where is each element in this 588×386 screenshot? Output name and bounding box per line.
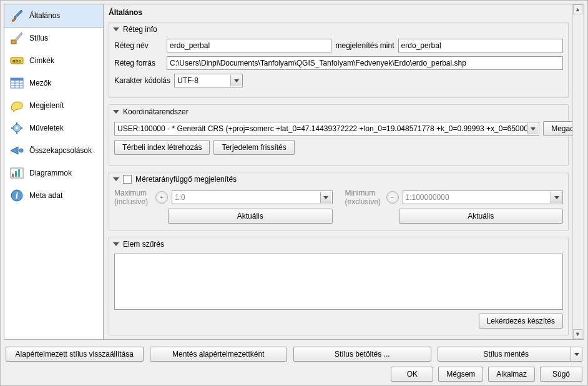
sidebar-label: Összekapcsolások xyxy=(29,146,92,155)
svg-point-15 xyxy=(19,149,23,152)
max-scale-label: Maximum (inclusive) xyxy=(114,189,152,206)
content-pane: Általános Réteg info Réteg név megjelení… xyxy=(107,4,572,339)
group-header-scale[interactable]: Méretarányfüggő megjelenítés xyxy=(113,175,563,184)
save-style-button[interactable]: Stílus mentés xyxy=(438,347,583,362)
sidebar-label: Megjelenít xyxy=(29,101,64,110)
layer-source-label: Réteg forrás xyxy=(114,59,163,67)
layer-properties-dialog: Általános Stílus abc Cimkék Mezők xyxy=(0,0,588,386)
save-style-label: Stílus mentés xyxy=(483,350,529,359)
table-icon xyxy=(9,76,24,91)
tools-icon xyxy=(9,8,24,23)
sidebar-label: Műveletek xyxy=(29,124,64,132)
sidebar-label: Diagrammok xyxy=(29,169,72,177)
crs-value: USER:100000 - * Generált CRS (+proj=some… xyxy=(117,124,536,133)
query-builder-button[interactable]: Lekérdezés készítés xyxy=(479,314,563,329)
group-header-layer-info[interactable]: Réteg info xyxy=(113,25,563,34)
sidebar-item-diagrams[interactable]: Diagrammok xyxy=(4,162,103,184)
display-as-input[interactable] xyxy=(398,39,563,52)
sidebar-item-labels[interactable]: abc Cimkék xyxy=(4,49,103,72)
min-scale-label: Minimum (exclusive) xyxy=(345,189,383,206)
group-title: Elem szűrés xyxy=(123,240,164,249)
sidebar-item-metadata[interactable]: i Meta adat xyxy=(4,184,103,207)
scroll-up-icon[interactable]: ▲ xyxy=(573,4,582,14)
sidebar-label: Cimkék xyxy=(29,56,54,65)
max-scale-current-button[interactable]: Aktuális xyxy=(168,209,333,224)
min-scale-combo[interactable]: 1:100000000 xyxy=(403,191,564,204)
sidebar-item-style[interactable]: Stílus xyxy=(4,27,103,49)
scroll-track[interactable] xyxy=(573,14,582,329)
load-style-button[interactable]: Stílus betöltés ... xyxy=(293,347,431,362)
max-scale-combo[interactable]: 1:0 xyxy=(172,191,333,204)
scale-enable-checkbox[interactable] xyxy=(123,175,132,184)
display-as-label: megjelenítés mint xyxy=(335,41,394,50)
group-crs: Koordinátarendszer USER:100000 - * Gener… xyxy=(109,104,569,166)
min-scale-current-button[interactable]: Aktuális xyxy=(399,209,564,224)
sidebar-label: Stílus xyxy=(29,34,48,42)
display-icon xyxy=(9,98,24,113)
chart-icon xyxy=(9,166,24,181)
sidebar-label: Mezők xyxy=(29,79,51,87)
group-header-crs[interactable]: Koordinátarendszer xyxy=(113,107,563,116)
sidebar-label: Meta adat xyxy=(29,191,62,200)
restore-default-style-button[interactable]: Alapértelmezett stílus visszaállítása xyxy=(6,347,144,362)
chevron-down-icon xyxy=(571,347,582,361)
dropdown-icon xyxy=(527,123,538,134)
max-scale-value: 1:0 xyxy=(175,193,330,202)
group-layer-info: Réteg info Réteg név megjelenítés mint R… xyxy=(109,22,569,98)
join-icon xyxy=(9,143,24,158)
encoding-label: Karakter kódolás xyxy=(114,76,170,85)
dropdown-icon xyxy=(551,192,562,203)
crs-specify-button[interactable]: Megad... xyxy=(543,121,572,136)
sidebar-item-actions[interactable]: Műveletek xyxy=(4,117,103,139)
group-title: Réteg info xyxy=(123,25,157,34)
svg-text:i: i xyxy=(16,191,18,200)
dropdown-icon xyxy=(320,192,331,203)
gear-icon xyxy=(9,121,24,136)
group-title: Méretarányfüggő megjelenítés xyxy=(135,175,237,184)
layer-source-input[interactable] xyxy=(167,56,563,70)
content-scrollbar[interactable]: ▲ ▼ xyxy=(572,4,582,339)
sidebar-label: Általános xyxy=(29,11,60,20)
svg-rect-18 xyxy=(15,171,17,177)
brush-icon xyxy=(9,31,24,46)
apply-button[interactable]: Alkalmaz xyxy=(488,367,535,382)
layer-name-label: Réteg név xyxy=(114,41,163,50)
sidebar-item-joins[interactable]: Összekapcsolások xyxy=(4,139,103,162)
encoding-select[interactable]: UTF-8 xyxy=(174,74,243,87)
disclosure-triangle-icon xyxy=(113,242,119,246)
update-extent-button[interactable]: Terjedelem frissítés xyxy=(213,140,294,155)
group-title: Koordinátarendszer xyxy=(123,107,189,116)
info-icon: i xyxy=(9,188,24,203)
cancel-button[interactable]: Mégsem xyxy=(438,367,483,382)
disclosure-triangle-icon xyxy=(113,110,119,114)
zoom-in-icon[interactable]: + xyxy=(155,191,168,204)
scroll-down-icon[interactable]: ▼ xyxy=(573,329,582,339)
layer-name-input[interactable] xyxy=(167,39,331,52)
svg-text:abc: abc xyxy=(12,58,21,64)
zoom-out-icon[interactable]: − xyxy=(386,191,399,204)
help-button[interactable]: Súgó xyxy=(540,367,582,382)
save-as-default-button[interactable]: Mentés alapértelmezettként xyxy=(150,347,288,362)
filter-expression-textarea[interactable] xyxy=(114,254,563,310)
group-header-filter[interactable]: Elem szűrés xyxy=(113,240,563,249)
category-sidebar: Általános Stílus abc Cimkék Mezők xyxy=(4,4,104,340)
svg-rect-19 xyxy=(18,169,20,177)
disclosure-triangle-icon xyxy=(113,27,119,31)
spatial-index-button[interactable]: Térbeli index létrehozás xyxy=(114,140,210,155)
sidebar-item-display[interactable]: Megjelenít xyxy=(4,94,103,117)
ok-button[interactable]: OK xyxy=(391,367,433,382)
svg-rect-17 xyxy=(12,174,14,177)
page-title: Általános xyxy=(107,4,570,19)
min-scale-value: 1:100000000 xyxy=(406,193,561,202)
dialog-button-bar: Alapértelmezett stílus visszaállítása Me… xyxy=(1,343,587,385)
crs-select[interactable]: USER:100000 - * Generált CRS (+proj=some… xyxy=(114,122,539,136)
svg-point-10 xyxy=(16,127,18,129)
group-feature-filter: Elem szűrés Lekérdezés készítés xyxy=(109,237,569,335)
disclosure-triangle-icon xyxy=(113,177,119,181)
labels-icon: abc xyxy=(9,53,24,68)
sidebar-item-general[interactable]: Általános xyxy=(4,4,104,27)
svg-rect-4 xyxy=(11,78,23,81)
dropdown-icon xyxy=(230,75,242,86)
sidebar-item-fields[interactable]: Mezők xyxy=(4,72,103,94)
group-scale-visibility: Méretarányfüggő megjelenítés Maximum (in… xyxy=(109,172,569,230)
